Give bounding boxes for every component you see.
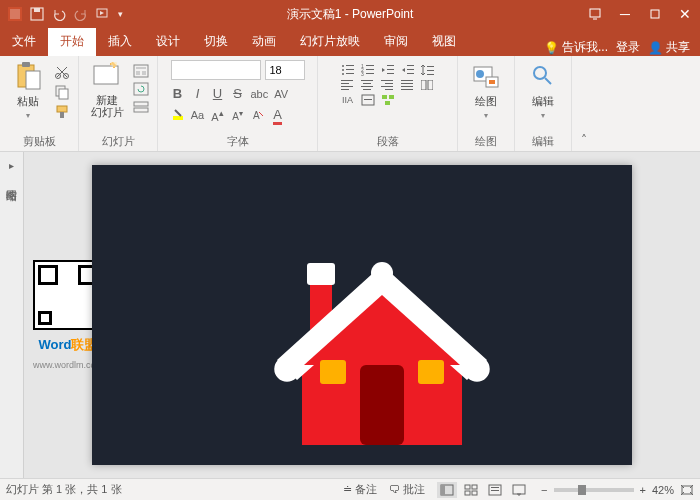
- svg-rect-49: [341, 83, 349, 84]
- underline-button[interactable]: U: [211, 86, 225, 101]
- collapse-ribbon-icon[interactable]: ˄: [572, 56, 596, 151]
- svg-rect-34: [366, 65, 374, 66]
- char-spacing-button[interactable]: AV: [274, 88, 288, 100]
- sorter-view-icon[interactable]: [461, 482, 481, 498]
- svg-rect-15: [60, 112, 64, 118]
- svg-rect-63: [401, 89, 413, 90]
- justify-button[interactable]: [401, 80, 415, 90]
- slideshow-view-icon[interactable]: [509, 482, 529, 498]
- fit-window-icon[interactable]: [680, 484, 694, 496]
- section-icon[interactable]: [133, 100, 149, 114]
- tab-review[interactable]: 审阅: [372, 27, 420, 56]
- reading-view-icon[interactable]: [485, 482, 505, 498]
- tab-insert[interactable]: 插入: [96, 27, 144, 56]
- copy-icon[interactable]: [54, 84, 70, 100]
- italic-button[interactable]: I: [191, 86, 205, 101]
- comments-button[interactable]: 🗨 批注: [389, 482, 425, 497]
- svg-point-80: [371, 262, 393, 284]
- undo-icon[interactable]: [52, 7, 66, 21]
- sign-in[interactable]: 登录: [616, 39, 640, 56]
- svg-rect-41: [387, 73, 394, 74]
- svg-rect-39: [387, 65, 394, 66]
- font-color-button[interactable]: A: [271, 107, 285, 122]
- tab-slideshow[interactable]: 幻灯片放映: [288, 27, 372, 56]
- svg-rect-70: [389, 95, 394, 99]
- font-family-combo[interactable]: [171, 60, 261, 80]
- drawing-button[interactable]: 绘图 ▾: [466, 60, 506, 120]
- bold-button[interactable]: B: [171, 86, 185, 101]
- svg-rect-87: [472, 485, 477, 489]
- tab-transitions[interactable]: 切换: [192, 27, 240, 56]
- paste-button[interactable]: 粘贴 ▾: [8, 60, 48, 120]
- group-paragraph-label: 段落: [377, 134, 399, 149]
- save-icon[interactable]: [30, 7, 44, 21]
- minimize-icon[interactable]: ─: [610, 0, 640, 28]
- zoom-level[interactable]: 42%: [652, 484, 674, 496]
- smartart-button[interactable]: [381, 94, 395, 106]
- svg-rect-51: [341, 89, 349, 90]
- share-button[interactable]: 👤共享: [648, 39, 690, 56]
- tell-me[interactable]: 💡告诉我...: [544, 39, 608, 56]
- slide-counter: 幻灯片 第 1 张，共 1 张: [6, 482, 122, 497]
- expand-thumbnails-icon[interactable]: ▸: [9, 160, 14, 171]
- tab-view[interactable]: 视图: [420, 27, 468, 56]
- editing-button[interactable]: 编辑 ▾: [523, 60, 563, 120]
- align-right-button[interactable]: [381, 80, 395, 90]
- tab-file[interactable]: 文件: [0, 27, 48, 56]
- columns-button[interactable]: [421, 80, 435, 90]
- text-direction-button[interactable]: IIA: [341, 94, 355, 106]
- svg-rect-42: [407, 65, 414, 66]
- strike-button[interactable]: S: [231, 86, 245, 101]
- format-painter-icon[interactable]: [54, 104, 70, 120]
- layout-icon[interactable]: [133, 64, 149, 78]
- normal-view-icon[interactable]: [437, 482, 457, 498]
- numbering-button[interactable]: 123: [361, 64, 375, 76]
- zoom-out-button[interactable]: −: [541, 484, 547, 496]
- cut-icon[interactable]: [54, 64, 70, 80]
- new-slide-icon: [91, 60, 123, 92]
- ribbon-options-icon[interactable]: [580, 0, 610, 28]
- svg-rect-21: [142, 71, 146, 75]
- maximize-icon[interactable]: [640, 0, 670, 28]
- new-slide-button[interactable]: 新建 幻灯片: [87, 60, 127, 118]
- start-from-beginning-icon[interactable]: [96, 7, 110, 21]
- decrease-indent-button[interactable]: [381, 64, 395, 76]
- slide-canvas[interactable]: [92, 165, 632, 465]
- zoom-slider[interactable]: [554, 488, 634, 492]
- align-left-button[interactable]: [341, 80, 355, 90]
- svg-rect-81: [360, 365, 404, 445]
- qat-dropdown-icon[interactable]: ▾: [118, 9, 123, 19]
- font-size-combo[interactable]: 18: [265, 60, 305, 80]
- zoom-in-button[interactable]: +: [640, 484, 646, 496]
- group-drawing-label: 绘图: [475, 134, 497, 149]
- align-text-button[interactable]: [361, 94, 375, 106]
- bullets-button[interactable]: [341, 64, 355, 76]
- svg-rect-45: [427, 66, 434, 67]
- notes-button[interactable]: ≐ 备注: [343, 482, 377, 497]
- svg-rect-16: [94, 66, 118, 84]
- svg-rect-36: [366, 69, 374, 70]
- svg-rect-38: [366, 73, 374, 74]
- svg-rect-23: [134, 102, 148, 106]
- increase-font-button[interactable]: A▴: [211, 107, 225, 123]
- svg-rect-82: [320, 360, 346, 384]
- svg-rect-25: [173, 116, 183, 120]
- tab-home[interactable]: 开始: [48, 27, 96, 56]
- tab-design[interactable]: 设计: [144, 27, 192, 56]
- clear-format-button[interactable]: A: [251, 108, 265, 122]
- reset-icon[interactable]: [133, 82, 149, 96]
- redo-icon[interactable]: [74, 7, 88, 21]
- svg-rect-5: [590, 9, 600, 17]
- change-case-button[interactable]: Aa: [191, 109, 205, 121]
- shadow-button[interactable]: abc: [251, 88, 269, 100]
- svg-rect-55: [363, 89, 371, 90]
- increase-indent-button[interactable]: [401, 64, 415, 76]
- tab-animations[interactable]: 动画: [240, 27, 288, 56]
- line-spacing-button[interactable]: [421, 64, 435, 76]
- decrease-font-button[interactable]: A▾: [231, 108, 245, 122]
- highlight-button[interactable]: [171, 108, 185, 122]
- svg-rect-43: [407, 69, 414, 70]
- align-center-button[interactable]: [361, 80, 375, 90]
- svg-rect-30: [346, 69, 354, 70]
- close-icon[interactable]: ✕: [670, 0, 700, 28]
